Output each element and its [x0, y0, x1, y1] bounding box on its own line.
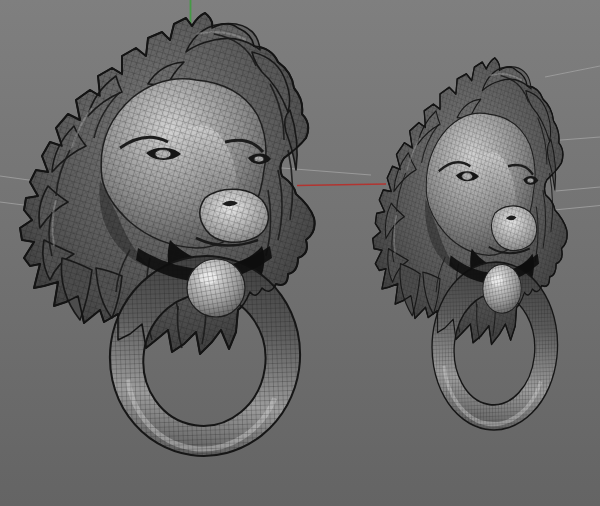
grid-line: [554, 206, 600, 211]
viewport-3d[interactable]: [0, 0, 600, 506]
model-lion-head-knocker-small[interactable]: [373, 58, 567, 440]
model-lion-head-knocker-large[interactable]: [20, 13, 315, 468]
application-window: [0, 0, 600, 506]
grid-line: [276, 168, 371, 176]
viewport-canvas[interactable]: [0, 0, 600, 506]
grid-line: [545, 66, 600, 77]
world-x-axis-line: [297, 184, 386, 186]
grid-line: [556, 187, 600, 191]
